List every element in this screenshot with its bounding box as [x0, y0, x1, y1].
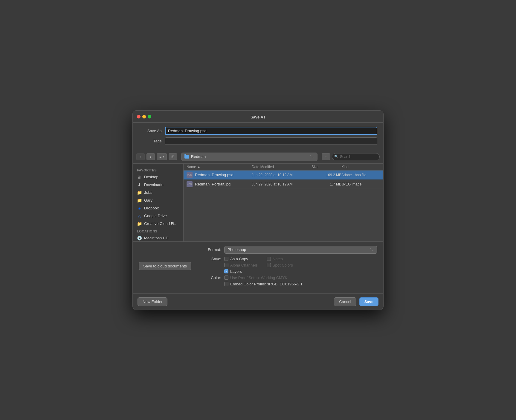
- location-dropdown[interactable]: Redman ⌃⌄: [181, 153, 317, 161]
- desktop-icon: 🖥: [137, 175, 142, 179]
- cancel-button[interactable]: Cancel: [334, 297, 356, 306]
- column-header-size[interactable]: Size: [312, 165, 341, 169]
- back-button[interactable]: ‹: [136, 153, 145, 160]
- file-size-cell: 169.2 MB: [312, 173, 341, 177]
- sidebar-item-dropbox[interactable]: ◈ Dropbox: [133, 204, 183, 212]
- cloud-save-button[interactable]: Save to cloud documents: [139, 262, 191, 270]
- file-thumbnail: JPG: [187, 181, 193, 187]
- downloads-icon: ⬇: [137, 182, 142, 187]
- color-row: Color: Use Proof Setup: Working CMYK Emb…: [200, 276, 377, 286]
- sidebar-item-label: Jobs: [144, 190, 152, 195]
- file-name-cell: PSD Redman_Drawing.psd: [187, 172, 252, 178]
- list-view-icon: ≡: [159, 155, 161, 159]
- tags-input[interactable]: [165, 137, 377, 145]
- footer-right: Cancel Save: [334, 297, 378, 306]
- dropbox-icon: ◈: [137, 206, 142, 211]
- up-directory-button[interactable]: ↑: [322, 153, 330, 160]
- close-button[interactable]: [137, 115, 141, 118]
- notes-checkbox: [267, 257, 271, 261]
- format-select[interactable]: Photoshop ⌃⌄: [224, 246, 377, 254]
- checkbox-layers[interactable]: Layers: [224, 269, 258, 274]
- checkbox-notes: Notes: [267, 257, 300, 261]
- file-date-cell: Jun 29, 2020 at 10:12 AM: [252, 182, 312, 186]
- column-header-date[interactable]: Date Modified: [252, 165, 312, 169]
- view-chevron-icon: ▾: [163, 155, 164, 158]
- search-input[interactable]: [332, 153, 380, 160]
- checkbox-embed-color-profile[interactable]: Embed Color Profile: sRGB IEC61966-2.1: [224, 282, 303, 286]
- minimize-button[interactable]: [142, 115, 146, 118]
- sidebar-item-label: Gary: [144, 198, 152, 203]
- notes-label: Notes: [273, 257, 283, 261]
- up-arrow-icon: ↑: [325, 155, 327, 159]
- tags-label: Tags:: [139, 139, 163, 143]
- file-date-cell: Jun 29, 2020 at 10:12 AM: [252, 173, 312, 177]
- folder-icon: [184, 155, 189, 159]
- location-chevron-icon: ⌃⌄: [309, 155, 314, 158]
- file-name-cell: JPG Redman_Portrait.jpg: [187, 181, 252, 187]
- sidebar-item-desktop[interactable]: 🖥 Desktop: [133, 173, 183, 181]
- icon-view-icon: ⊞: [171, 155, 174, 159]
- cloud-row: Save to cloud documents Format: Photosho…: [139, 246, 377, 286]
- checkbox-spot-colors: Spot Colors: [267, 263, 300, 267]
- footer: New Folder Cancel Save: [133, 293, 383, 310]
- table-row[interactable]: JPG Redman_Portrait.jpg Jun 29, 2020 at …: [184, 180, 383, 189]
- save-as-input[interactable]: [165, 127, 377, 135]
- sidebar-item-creative-cloud[interactable]: 📁 Creative Cloud Fi...: [133, 220, 183, 228]
- sidebar-item-macintosh-hd[interactable]: 💿 Macintosh HD: [133, 234, 183, 241]
- view-icon-button[interactable]: ⊞: [169, 153, 177, 160]
- layers-checkbox[interactable]: [224, 269, 228, 273]
- sidebar-item-label: Desktop: [144, 175, 158, 179]
- file-list: Name ▲ Date Modified Size Kind PSD Redma…: [184, 164, 383, 241]
- options-area: Format: Photoshop ⌃⌄ Save: As a Copy: [200, 246, 377, 286]
- format-row: Format: Photoshop ⌃⌄: [200, 246, 377, 254]
- sidebar-item-gary[interactable]: 📁 Gary: [133, 197, 183, 204]
- main-content: Favorites 🖥 Desktop ⬇ Downloads 📁 Jobs 📁…: [133, 164, 383, 241]
- sidebar-item-label: Google Drive: [144, 214, 167, 218]
- checkbox-use-proof-setup: Use Proof Setup: Working CMYK: [224, 276, 303, 280]
- location-name: Redman: [191, 154, 206, 159]
- google-drive-icon: △: [137, 214, 142, 218]
- folder-icon: 📁: [137, 190, 142, 195]
- file-size-cell: 1.7 MB: [312, 182, 341, 186]
- file-list-header: Name ▲ Date Modified Size Kind: [184, 164, 383, 171]
- as-a-copy-checkbox[interactable]: [224, 257, 228, 261]
- file-thumbnail: PSD: [187, 172, 193, 178]
- use-proof-setup-checkbox: [224, 276, 228, 280]
- file-kind-cell: JPEG image: [341, 182, 380, 186]
- sidebar-item-label: Downloads: [144, 182, 163, 187]
- table-row[interactable]: PSD Redman_Drawing.psd Jun 29, 2020 at 1…: [184, 171, 383, 180]
- format-value: Photoshop: [228, 247, 246, 252]
- bottom-area: Save to cloud documents Format: Photosho…: [133, 241, 383, 293]
- format-label: Format:: [200, 247, 221, 252]
- sidebar-item-downloads[interactable]: ⬇ Downloads: [133, 181, 183, 189]
- zoom-button[interactable]: [148, 115, 151, 118]
- column-header-name[interactable]: Name ▲: [187, 165, 252, 169]
- save-button[interactable]: Save: [359, 297, 378, 306]
- as-a-copy-label: As a Copy: [230, 257, 248, 261]
- column-header-kind[interactable]: Kind: [341, 165, 380, 169]
- disk-icon: 💿: [137, 236, 142, 241]
- sidebar-item-label: Macintosh HD: [144, 236, 169, 240]
- sidebar-item-google-drive[interactable]: △ Google Drive: [133, 212, 183, 220]
- view-list-button[interactable]: ≡ ▾: [157, 153, 167, 160]
- save-options-row: Save: As a Copy Notes Alpha Channels: [200, 257, 377, 274]
- checkbox-as-a-copy[interactable]: As a Copy: [224, 257, 258, 261]
- sidebar-item-jobs[interactable]: 📁 Jobs: [133, 189, 183, 197]
- forward-button[interactable]: ›: [146, 153, 155, 160]
- new-folder-button[interactable]: New Folder: [138, 297, 167, 306]
- layers-label: Layers: [230, 269, 242, 274]
- color-label: Color:: [200, 276, 221, 280]
- traffic-lights: [137, 115, 151, 118]
- alpha-channels-checkbox: [224, 263, 228, 267]
- save-options-label: Save:: [200, 257, 221, 261]
- form-area: Save As: Tags:: [133, 123, 383, 150]
- save-as-row: Save As:: [139, 127, 377, 135]
- tags-row: Tags:: [139, 137, 377, 145]
- search-wrapper: 🔍: [332, 153, 380, 160]
- folder-icon: 📁: [137, 221, 142, 226]
- file-name: Redman_Drawing.psd: [195, 173, 233, 177]
- spot-colors-checkbox: [267, 263, 271, 267]
- save-checkboxes: As a Copy Notes Alpha Channels Spot: [224, 257, 300, 274]
- embed-color-profile-checkbox[interactable]: [224, 282, 228, 286]
- toolbar: ‹ › ≡ ▾ ⊞ Redman ⌃⌄ ↑ 🔍: [133, 150, 383, 164]
